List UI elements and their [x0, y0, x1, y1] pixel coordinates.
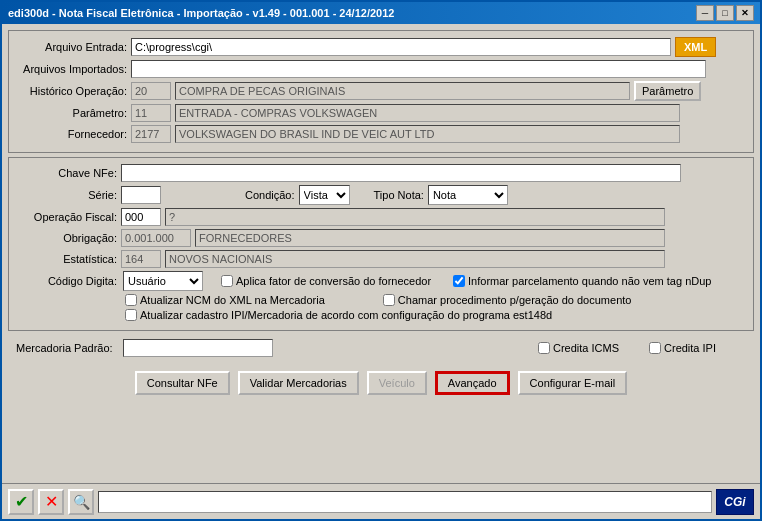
check-aplica-fator[interactable] — [221, 275, 233, 287]
credita-ipi-label[interactable]: Credita IPI — [649, 342, 716, 354]
buttons-row: Consultar NFe Validar Mercadorias Veícul… — [8, 365, 754, 397]
check-chamar-proc-text: Chamar procedimento p/geração do documen… — [398, 294, 632, 306]
chave-nfe-input[interactable] — [121, 164, 681, 182]
credita-icms-label[interactable]: Credita ICMS — [538, 342, 619, 354]
xml-button[interactable]: XML — [675, 37, 716, 57]
serie-input[interactable] — [121, 186, 161, 204]
check-aplica-fator-label[interactable]: Aplica fator de conversão do fornecedor — [221, 275, 431, 287]
tipo-nota-select[interactable]: Nota — [428, 185, 508, 205]
row-operacao-fiscal: Operação Fiscal: — [17, 208, 745, 226]
row-arquivo-entrada: Arquivo Entrada: XML — [17, 37, 745, 57]
operacao-fiscal-desc-input — [165, 208, 665, 226]
estatistica-desc-input — [165, 250, 665, 268]
chave-nfe-label: Chave NFe: — [17, 167, 117, 179]
operacao-fiscal-input[interactable] — [121, 208, 161, 226]
mercadoria-padrao-label: Mercadoria Padrão: — [16, 342, 113, 354]
close-button[interactable]: ✕ — [736, 5, 754, 21]
credita-icms-check[interactable] — [538, 342, 550, 354]
row-serie: Série: Condição: Vista Prazo Tipo Nota: … — [17, 185, 745, 205]
confirm-button[interactable]: ✔ — [8, 489, 34, 515]
check-informar-parcelamento-text: Informar parcelamento quando não vem tag… — [468, 275, 711, 287]
bottom-bar: ✔ ✕ 🔍 CGi — [2, 483, 760, 519]
veiculo-button[interactable]: Veículo — [367, 371, 427, 395]
check-atualizar-cadastro-label[interactable]: Atualizar cadastro IPI/Mercadoria de aco… — [125, 309, 552, 321]
consultar-nfe-button[interactable]: Consultar NFe — [135, 371, 230, 395]
main-window: edi300d - Nota Fiscal Eletrônica - Impor… — [0, 0, 762, 521]
check-aplica-fator-text: Aplica fator de conversão do fornecedor — [236, 275, 431, 287]
check-icon: ✔ — [15, 492, 28, 511]
row-codigo-digita: Código Digita: Usuário Automático Aplica… — [17, 271, 745, 291]
check-atualizar-ncm-text: Atualizar NCM do XML na Mercadoria — [140, 294, 325, 306]
check-informar-parcelamento[interactable] — [453, 275, 465, 287]
fornecedor-num-input — [131, 125, 171, 143]
check-atualizar-cadastro-text: Atualizar cadastro IPI/Mercadoria de aco… — [140, 309, 552, 321]
mercadoria-section: Mercadoria Padrão: Credita ICMS Credita … — [8, 335, 754, 361]
parametro-button[interactable]: Parâmetro — [634, 81, 701, 101]
estatistica-input — [121, 250, 161, 268]
mercadoria-padrao-input[interactable] — [123, 339, 273, 357]
search-button[interactable]: 🔍 — [68, 489, 94, 515]
row-checkboxes-2: Atualizar NCM do XML na Mercadoria Chama… — [17, 294, 745, 306]
codigo-digita-label: Código Digita: — [17, 275, 117, 287]
arquivos-importados-input[interactable] — [131, 60, 706, 78]
title-bar: edi300d - Nota Fiscal Eletrônica - Impor… — [2, 2, 760, 24]
check-chamar-proc[interactable] — [383, 294, 395, 306]
cgi-label: CGi — [724, 495, 745, 509]
check-atualizar-ncm-label[interactable]: Atualizar NCM do XML na Mercadoria — [125, 294, 325, 306]
check-informar-parcelamento-label[interactable]: Informar parcelamento quando não vem tag… — [453, 275, 711, 287]
row-obrigacao: Obrigação: — [17, 229, 745, 247]
status-bar — [98, 491, 712, 513]
maximize-button[interactable]: □ — [716, 5, 734, 21]
validar-mercadorias-button[interactable]: Validar Mercadorias — [238, 371, 359, 395]
section-arquivos: Arquivo Entrada: XML Arquivos Importados… — [8, 30, 754, 153]
historico-label: Histórico Operação: — [17, 85, 127, 97]
estatistica-label: Estatística: — [17, 253, 117, 265]
row-parametro: Parâmetro: — [17, 104, 745, 122]
row-arquivos-importados: Arquivos Importados: — [17, 60, 745, 78]
title-controls: ─ □ ✕ — [696, 5, 754, 21]
credita-icms-text: Credita ICMS — [553, 342, 619, 354]
row-estatistica: Estatística: — [17, 250, 745, 268]
parametro-num-input — [131, 104, 171, 122]
search-icon: 🔍 — [73, 494, 90, 510]
arquivo-entrada-label: Arquivo Entrada: — [17, 41, 127, 53]
row-historico: Histórico Operação: Parâmetro — [17, 81, 745, 101]
check-atualizar-cadastro[interactable] — [125, 309, 137, 321]
arquivos-importados-label: Arquivos Importados: — [17, 63, 127, 75]
minimize-button[interactable]: ─ — [696, 5, 714, 21]
parametro-label: Parâmetro: — [17, 107, 127, 119]
row-checkboxes-3: Atualizar cadastro IPI/Mercadoria de aco… — [17, 309, 745, 321]
operacao-fiscal-label: Operação Fiscal: — [17, 211, 117, 223]
parametro-desc-input — [175, 104, 680, 122]
historico-num-input — [131, 82, 171, 100]
check-atualizar-ncm[interactable] — [125, 294, 137, 306]
obrigacao-desc-input — [195, 229, 665, 247]
serie-label: Série: — [17, 189, 117, 201]
credita-ipi-check[interactable] — [649, 342, 661, 354]
credita-ipi-text: Credita IPI — [664, 342, 716, 354]
row-chave-nfe: Chave NFe: — [17, 164, 745, 182]
historico-desc-input — [175, 82, 630, 100]
configurar-email-button[interactable]: Configurar E-mail — [518, 371, 628, 395]
section-nfe: Chave NFe: Série: Condição: Vista Prazo … — [8, 157, 754, 331]
fornecedor-label: Fornecedor: — [17, 128, 127, 140]
window-body: Arquivo Entrada: XML Arquivos Importados… — [2, 24, 760, 483]
check-chamar-proc-label[interactable]: Chamar procedimento p/geração do documen… — [383, 294, 632, 306]
condicao-select[interactable]: Vista Prazo — [299, 185, 350, 205]
row-fornecedor: Fornecedor: — [17, 125, 745, 143]
codigo-digita-select[interactable]: Usuário Automático — [123, 271, 203, 291]
arquivo-entrada-input[interactable] — [131, 38, 671, 56]
tipo-nota-label: Tipo Nota: — [374, 189, 424, 201]
obrigacao-input — [121, 229, 191, 247]
cgi-box: CGi — [716, 489, 754, 515]
cancel-button[interactable]: ✕ — [38, 489, 64, 515]
avancado-button[interactable]: Avançado — [435, 371, 510, 395]
condicao-label: Condição: — [245, 189, 295, 201]
fornecedor-desc-input — [175, 125, 680, 143]
obrigacao-label: Obrigação: — [17, 232, 117, 244]
window-title: edi300d - Nota Fiscal Eletrônica - Impor… — [8, 7, 394, 19]
x-icon: ✕ — [45, 492, 58, 511]
